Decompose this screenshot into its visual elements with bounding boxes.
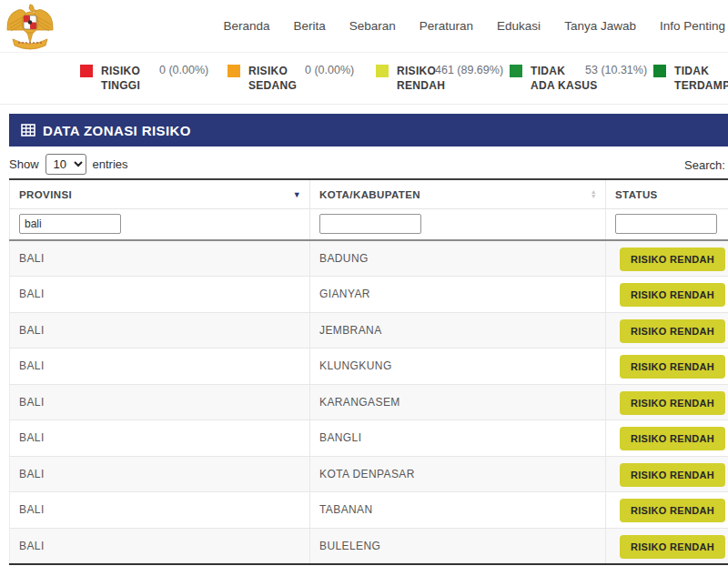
- risk-low-color-swatch-icon: [376, 65, 389, 77]
- provinsi-cell: BALI: [10, 277, 310, 313]
- top-navbar: Beranda Berita Sebaran Peraturan Edukasi…: [0, 0, 728, 53]
- legend-label: RISIKOTINGGI: [101, 64, 140, 93]
- search-control: Search:: [684, 154, 728, 177]
- kota-cell: BULELENG: [310, 528, 606, 564]
- page-size-select[interactable]: 10: [46, 154, 86, 175]
- table-row: BALI KARANGASEM RISIKO RENDAH: [10, 384, 728, 420]
- kota-cell: KOTA DENPASAR: [310, 456, 606, 492]
- provinsi-cell: BALI: [10, 349, 310, 385]
- nav-item-sebaran[interactable]: Sebaran: [349, 19, 396, 33]
- status-badge: RISIKO RENDAH: [620, 283, 725, 307]
- nav-item-edukasi[interactable]: Edukasi: [497, 19, 541, 33]
- no-case-color-swatch-icon: [510, 65, 522, 77]
- legend-count-risiko-sedang: 0 (0.00%): [305, 64, 354, 76]
- kota-filter-input[interactable]: [319, 214, 421, 234]
- header-row: PROVINSI ▼ KOTA/KABUPATEN ▲▼ STATUS ▲▼: [10, 179, 728, 209]
- risk-high-color-swatch-icon: [80, 65, 93, 77]
- status-filter-input[interactable]: [615, 214, 717, 234]
- kota-cell: KARANGASEM: [310, 384, 606, 420]
- legend-count-tidak-ada-kasus: 53 (10.31%): [585, 64, 647, 76]
- filter-row: [10, 209, 728, 241]
- legend-label: RISIKOSEDANG: [248, 64, 297, 93]
- legend-item-risiko-sedang: RISIKOSEDANG: [228, 64, 297, 93]
- legend-item-risiko-tinggi: RISIKOTINGGI: [80, 64, 140, 93]
- entries-selector: Show 10 entries: [9, 154, 128, 175]
- entries-label: entries: [93, 157, 128, 171]
- provinsi-cell: BALI: [10, 492, 310, 529]
- kota-cell: TABANAN: [310, 492, 606, 529]
- panel-header: DATA ZONASI RISIKO: [9, 114, 728, 147]
- status-badge: RISIKO RENDAH: [620, 248, 725, 271]
- kota-cell: GIANYAR: [310, 277, 606, 313]
- nav-item-berita[interactable]: Berita: [293, 19, 325, 33]
- provinsi-cell: BALI: [10, 420, 310, 457]
- risk-medium-color-swatch-icon: [228, 65, 240, 77]
- nav-item-tanya-jawab[interactable]: Tanya Jawab: [564, 19, 636, 33]
- table-row: BALI BULELENG RISIKO RENDAH: [10, 528, 728, 564]
- provinsi-cell: BALI: [10, 384, 310, 420]
- provinsi-filter-input[interactable]: [19, 214, 121, 234]
- table-row: BALI TABANAN RISIKO RENDAH: [10, 492, 728, 529]
- kota-cell: KLUNGKUNG: [310, 349, 606, 385]
- zonation-table: PROVINSI ▼ KOTA/KABUPATEN ▲▼ STATUS ▲▼: [9, 178, 728, 565]
- status-badge: RISIKO RENDAH: [620, 535, 725, 559]
- risk-legend: RISIKOTINGGI 0 (0.00%) RISIKOSEDANG 0 (0…: [0, 53, 728, 105]
- sort-desc-icon: ▼: [293, 190, 301, 198]
- status-badge: RISIKO RENDAH: [620, 391, 725, 415]
- status-badge: RISIKO RENDAH: [620, 319, 725, 343]
- garuda-pancasila-logo-icon[interactable]: [5, 3, 55, 50]
- nav-item-beranda[interactable]: Beranda: [223, 19, 269, 33]
- table-row: BALI BANGLI RISIKO RENDAH: [10, 420, 728, 457]
- provinsi-cell: BALI: [10, 528, 310, 564]
- zonation-table-wrap: PROVINSI ▼ KOTA/KABUPATEN ▲▼ STATUS ▲▼: [9, 178, 728, 565]
- legend-count-risiko-rendah: 461 (89.69%): [435, 64, 503, 76]
- status-badge: RISIKO RENDAH: [620, 499, 725, 522]
- panel-title: DATA ZONASI RISIKO: [43, 123, 191, 138]
- column-header-status[interactable]: STATUS ▲▼: [606, 179, 728, 209]
- status-badge: RISIKO RENDAH: [620, 463, 725, 487]
- column-label: STATUS: [615, 189, 658, 200]
- column-header-kota-kabupaten[interactable]: KOTA/KABUPATEN ▲▼: [310, 179, 606, 209]
- column-header-provinsi[interactable]: PROVINSI ▼: [10, 179, 310, 209]
- provinsi-cell: BALI: [10, 312, 310, 349]
- table-controls: Show 10 entries Search:: [9, 151, 728, 177]
- provinsi-cell: BALI: [10, 456, 310, 492]
- legend-label: TIDAKTERDAMPAK: [674, 64, 728, 93]
- legend-count-risiko-tinggi: 0 (0.00%): [159, 64, 208, 76]
- kota-cell: BADUNG: [310, 240, 606, 277]
- status-badge: RISIKO RENDAH: [620, 427, 725, 450]
- table-icon: [21, 124, 35, 136]
- status-badge: RISIKO RENDAH: [620, 355, 725, 379]
- kota-cell: BANGLI: [310, 420, 606, 457]
- legend-item-tidak-terdampak: TIDAKTERDAMPAK: [653, 64, 728, 93]
- nav-item-peraturan[interactable]: Peraturan: [420, 19, 473, 33]
- provinsi-cell: BALI: [10, 240, 310, 277]
- nav-item-info-penting[interactable]: Info Penting: [660, 19, 725, 33]
- page: Beranda Berita Sebaran Peraturan Edukasi…: [0, 0, 728, 566]
- table-row: BALI KLUNGKUNG RISIKO RENDAH: [10, 349, 728, 385]
- table-row: BALI BADUNG RISIKO RENDAH: [10, 240, 728, 277]
- table-row: BALI GIANYAR RISIKO RENDAH: [10, 277, 728, 313]
- show-label: Show: [9, 157, 39, 171]
- sort-icon: ▲▼: [591, 189, 597, 199]
- column-label: PROVINSI: [19, 189, 72, 200]
- column-label: KOTA/KABUPATEN: [319, 189, 420, 200]
- not-affected-color-swatch-icon: [653, 65, 666, 77]
- table-row: BALI JEMBRANA RISIKO RENDAH: [10, 312, 728, 349]
- table-row: BALI KOTA DENPASAR RISIKO RENDAH: [10, 456, 728, 492]
- search-label: Search:: [684, 158, 725, 172]
- main-nav: Beranda Berita Sebaran Peraturan Edukasi…: [199, 0, 725, 52]
- kota-cell: JEMBRANA: [310, 312, 606, 349]
